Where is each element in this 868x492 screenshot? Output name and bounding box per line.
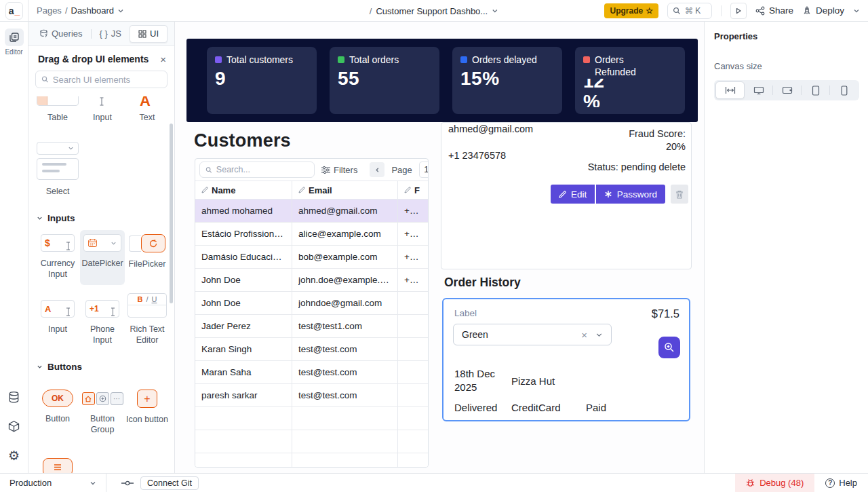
section-inputs[interactable]: Inputs [37, 213, 170, 223]
widget-card-currency-input[interactable]: $ Currency Input [35, 230, 80, 285]
table-row[interactable]: ahmed mohamedahmed@gmail.com+1 ... [195, 200, 428, 223]
share-button[interactable]: Share [755, 5, 793, 16]
connect-git-button[interactable]: Connect Git [140, 476, 199, 490]
stat-card-total-orders[interactable]: Total orders 55 [330, 47, 439, 114]
app-canvas: Total customers 9 Total orders 55 Orders… [175, 22, 704, 473]
tab-js[interactable]: { } JS [97, 29, 124, 39]
column-header-name[interactable]: Name [195, 181, 292, 199]
column-header-phone[interactable]: F [398, 181, 428, 199]
table-row[interactable]: Karan Singhtest@test.com [195, 338, 428, 361]
properties-panel: Properties Canvas size [704, 22, 868, 473]
stat-card-orders-delayed[interactable]: Orders delayed 15% [452, 47, 562, 114]
filters-button[interactable]: Filters [321, 165, 357, 175]
table-row[interactable]: John Doejohn.doe@example.com+96.. [195, 269, 428, 292]
help-button[interactable]: ? Help [825, 478, 857, 488]
table-row[interactable]: John Doejohndoe@gmail.com [195, 292, 428, 315]
pencil-icon [404, 187, 411, 193]
breadcrumb-page[interactable]: Dashboard [71, 5, 115, 16]
filters-label: Filters [334, 165, 357, 175]
widget-card-menu[interactable]: Menu [35, 454, 80, 473]
detail-phone: +1 23476578 [448, 150, 506, 161]
stats-container[interactable]: Total customers 9 Total orders 55 Orders… [186, 39, 698, 122]
rail-item-editor[interactable]: Editor [5, 29, 24, 56]
tablet-landscape-icon [782, 86, 793, 94]
column-header-email[interactable]: Email [292, 181, 398, 199]
widget-card-button-group[interactable]: ··· Button Group [80, 385, 125, 440]
order-label-select[interactable]: Green × [453, 324, 612, 345]
table-row[interactable] [195, 430, 428, 453]
widget-search-input[interactable] [53, 75, 161, 85]
widget-card-datepicker[interactable]: DatePicker [80, 230, 125, 285]
widget-card-text[interactable]: A Text [125, 92, 170, 128]
deploy-button[interactable]: Deploy [802, 5, 844, 16]
button-group-icon: ··· [82, 392, 123, 405]
preview-button[interactable] [730, 3, 747, 19]
clear-icon[interactable]: × [581, 329, 587, 341]
app-title[interactable]: / Customer Support Dashbo... [370, 0, 498, 22]
appsmith-logo[interactable]: a_ [5, 2, 23, 20]
currency-input-icon: $ [41, 234, 75, 252]
omnibar-search[interactable]: ⌘ K [667, 3, 712, 19]
tab-js-label: JS [111, 29, 121, 39]
delete-button[interactable] [671, 185, 688, 204]
canvas-size-desktop[interactable] [745, 81, 772, 99]
stat-value: 15% [460, 68, 554, 90]
widget-card-table[interactable]: Table [35, 92, 80, 128]
canvas-size-tablet[interactable] [802, 81, 829, 99]
rocket-icon [802, 6, 812, 16]
tab-queries[interactable]: Queries [37, 29, 85, 39]
section-buttons[interactable]: Buttons [37, 362, 170, 372]
select-label: Label [454, 308, 477, 318]
divider [721, 5, 722, 16]
widget-card-select[interactable]: Select [35, 138, 80, 202]
table-row[interactable]: Jader Pereztest@test1.com [195, 315, 428, 338]
debug-button[interactable]: Debug (48) [735, 474, 814, 492]
order-search-button[interactable] [658, 337, 680, 358]
table-row[interactable]: Estácio Profissional...alice@example.com… [195, 223, 428, 246]
password-button[interactable]: Password [596, 185, 665, 204]
edit-button[interactable]: Edit [551, 185, 595, 204]
widgets-panel: Queries { } JS UI Drag & drop UI element… [28, 22, 175, 473]
table-row[interactable]: paresh sarkartest@test.com [195, 384, 428, 407]
table-row[interactable]: Maran Sahatest@test.com [195, 361, 428, 384]
widget-card-filepicker[interactable]: FilePicker [125, 230, 170, 285]
environment-switcher[interactable]: Production [0, 474, 106, 492]
libraries-icon[interactable] [7, 420, 20, 433]
customers-table[interactable]: Filters Page 1 Name Email F ahmed mohame… [195, 158, 429, 468]
app-title-text: Customer Support Dashbo... [376, 6, 488, 16]
canvas-size-fluid[interactable] [715, 81, 745, 99]
upgrade-label: Upgrade [610, 6, 643, 16]
canvas-size-tablet-landscape[interactable] [773, 81, 801, 99]
scrollbar[interactable] [170, 124, 173, 303]
breadcrumb-section[interactable]: Pages [37, 5, 62, 16]
widget-card-rich-text-editor[interactable]: B/U Rich Text Editor [125, 289, 170, 351]
rail-editor-label: Editor [5, 48, 22, 56]
detail-fraud-score: Fraud Score: 20% [610, 128, 686, 153]
stat-card-total-customers[interactable]: Total customers 9 [207, 47, 317, 114]
settings-gear-icon[interactable]: ⚙ [8, 449, 20, 462]
phone-icon [841, 86, 848, 96]
widget-card-icon-button[interactable]: + Icon button [125, 385, 170, 440]
table-search-input[interactable] [216, 165, 309, 174]
prev-page-button[interactable] [370, 162, 384, 177]
breadcrumb[interactable]: Pages / Dashboard [37, 5, 124, 16]
datasources-icon[interactable] [7, 391, 20, 404]
widget-card-input[interactable]: Input [80, 92, 125, 128]
deploy-menu-chevron-icon[interactable] [853, 7, 860, 14]
table-row[interactable] [195, 407, 428, 430]
stat-card-orders-refunded[interactable]: Orders Refunded 12 % [575, 47, 685, 114]
upgrade-button[interactable]: Upgrade☆ [604, 3, 658, 18]
close-icon[interactable]: × [160, 54, 166, 64]
canvas-size-mobile[interactable] [830, 81, 858, 99]
customers-title: Customers [194, 130, 291, 151]
widget-card-phone-input[interactable]: +1 Phone Input [80, 296, 125, 351]
table-row[interactable]: Damásio Educacionalbob@example.com+1 1..… [195, 246, 428, 269]
widget-card-button[interactable]: OK Button [35, 385, 80, 440]
chevron-down-icon[interactable] [595, 331, 603, 339]
left-rail: Editor ⚙ [0, 22, 28, 473]
table-row[interactable] [195, 453, 428, 468]
order-history-card[interactable]: Label $71.5 Green × 18th Dec 2025 Pizza … [442, 298, 690, 421]
tab-ui[interactable]: UI [130, 25, 167, 43]
widget-card-input2[interactable]: A Input [35, 296, 80, 351]
page-number-input[interactable]: 1 [419, 162, 429, 178]
